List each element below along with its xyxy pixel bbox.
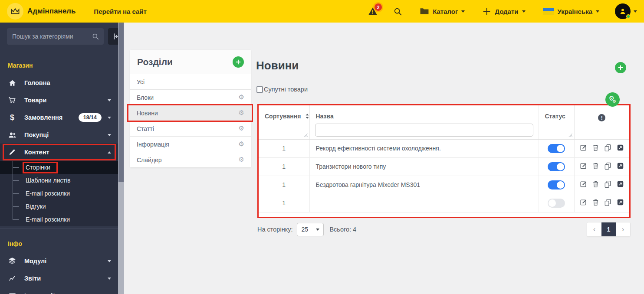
info-icon[interactable]: ! bbox=[598, 114, 605, 121]
chevron-down-icon bbox=[108, 99, 111, 101]
pagination: ‹ 1 › bbox=[587, 222, 631, 237]
delete-button[interactable] bbox=[592, 180, 599, 189]
gear-icon[interactable]: ⚙ bbox=[239, 125, 244, 132]
dollar-icon: $ bbox=[7, 114, 17, 121]
row-sort-value: 1 bbox=[259, 139, 309, 157]
related-products-option[interactable]: Супутні товари bbox=[256, 86, 308, 93]
sidebar-item-content[interactable]: Контент bbox=[0, 144, 118, 161]
notifications-button[interactable]: 2 bbox=[368, 7, 378, 16]
chevron-down-icon bbox=[522, 10, 526, 13]
chevron-down-icon bbox=[108, 134, 111, 136]
delete-button[interactable] bbox=[592, 162, 599, 171]
add-news-button[interactable] bbox=[615, 62, 626, 73]
open-button[interactable] bbox=[617, 199, 624, 207]
open-button[interactable] bbox=[617, 162, 624, 171]
open-button[interactable] bbox=[617, 180, 624, 189]
orders-count-badge: 18/14 bbox=[79, 113, 102, 122]
delete-button[interactable] bbox=[592, 144, 599, 153]
section-item-information[interactable]: Інформація⚙ bbox=[130, 136, 251, 152]
status-toggle[interactable] bbox=[548, 180, 565, 189]
section-item-articles[interactable]: Статті⚙ bbox=[130, 121, 251, 136]
user-menu[interactable] bbox=[615, 3, 637, 19]
status-toggle[interactable] bbox=[548, 162, 565, 171]
open-button[interactable] bbox=[617, 144, 624, 153]
collapse-sidebar-button[interactable] bbox=[108, 28, 118, 45]
related-products-label: Супутні товари bbox=[264, 86, 308, 93]
copy-button[interactable] bbox=[604, 144, 611, 153]
gear-icon[interactable]: ⚙ bbox=[239, 94, 244, 101]
trash-icon bbox=[592, 199, 599, 207]
sidebar-item-modules[interactable]: Модулі bbox=[0, 252, 118, 270]
sidebar-item-customers[interactable]: Покупці bbox=[0, 126, 118, 144]
sidebar-item-reports[interactable]: Звіти bbox=[0, 270, 118, 287]
sidebar-item-label: Замовлення bbox=[24, 114, 79, 121]
section-item-label: Новини bbox=[137, 110, 158, 117]
news-table: Сортування Назва Статус ! bbox=[259, 105, 629, 212]
online-status-dot bbox=[626, 14, 631, 19]
section-item-news[interactable]: Новини⚙ bbox=[130, 105, 251, 121]
edit-button[interactable] bbox=[580, 162, 587, 171]
sidebar-item-instructions[interactable]: Інструкції bbox=[0, 287, 118, 294]
gear-icon[interactable]: ⚙ bbox=[239, 157, 244, 163]
chart-icon bbox=[7, 274, 17, 282]
name-filter-input[interactable] bbox=[315, 124, 533, 137]
scrollbar-thumb[interactable] bbox=[118, 23, 124, 182]
table-row: 1Транзистори нового типу bbox=[259, 157, 629, 176]
gear-icon[interactable]: ⚙ bbox=[239, 141, 244, 147]
section-item-all[interactable]: Усі bbox=[130, 74, 251, 89]
goto-site-link[interactable]: Перейти на сайт bbox=[94, 8, 147, 15]
per-page-select[interactable]: 25 bbox=[297, 223, 324, 236]
sidebar-item-reviews[interactable]: Відгуки bbox=[0, 200, 118, 213]
sidebar-item-label: Покупці bbox=[24, 131, 108, 138]
sidebar-item-orders[interactable]: $Замовлення18/14 bbox=[0, 109, 118, 126]
column-resize-handle[interactable] bbox=[304, 133, 308, 137]
edit-button[interactable] bbox=[580, 144, 587, 153]
chevron-down-icon bbox=[108, 260, 111, 262]
column-resize-handle[interactable] bbox=[568, 133, 572, 137]
prev-page-button[interactable]: ‹ bbox=[587, 222, 601, 236]
sidebar-subitem-label: Сторінки bbox=[23, 162, 58, 173]
section-item-blocks[interactable]: Блоки⚙ bbox=[130, 89, 251, 105]
sidebar-item-home[interactable]: Головна bbox=[0, 74, 118, 91]
catalog-menu[interactable]: Каталог bbox=[420, 7, 465, 15]
section-item-slider[interactable]: Слайдер⚙ bbox=[130, 152, 251, 167]
logo-button[interactable] bbox=[7, 3, 23, 20]
sidebar-item-pages[interactable]: Сторінки bbox=[0, 161, 118, 174]
copy-button[interactable] bbox=[604, 162, 611, 171]
sort-toggle[interactable] bbox=[305, 113, 309, 119]
add-menu[interactable]: Додати bbox=[482, 7, 525, 16]
sidebar-item-email-newsletters-2[interactable]: E-mail розсилки bbox=[0, 213, 118, 226]
delete-button[interactable] bbox=[592, 199, 599, 207]
news-table-frame: Сортування Назва Статус ! bbox=[257, 104, 631, 218]
sections-panel-title: Розділи bbox=[137, 57, 173, 67]
search-icon bbox=[393, 7, 402, 16]
trash-icon bbox=[592, 180, 599, 189]
language-menu[interactable]: Українська bbox=[543, 8, 599, 15]
sort-arrows-icon bbox=[305, 113, 309, 119]
row-sort-value: 1 bbox=[259, 176, 309, 194]
gear-icon[interactable]: ⚙ bbox=[239, 110, 244, 116]
cache-refresh-button[interactable]: ⚙⚙ bbox=[605, 92, 620, 107]
sidebar-item-products[interactable]: Товари bbox=[0, 91, 118, 109]
edit-icon bbox=[580, 180, 587, 189]
copy-button[interactable] bbox=[604, 180, 611, 189]
copy-button[interactable] bbox=[604, 199, 611, 208]
row-name: Рекорд ефективності системи охолодження. bbox=[309, 139, 539, 157]
sidebar-scrollbar[interactable] bbox=[118, 23, 124, 294]
sidebar-item-mail-templates[interactable]: Шаблони листів bbox=[0, 174, 118, 187]
edit-button[interactable] bbox=[580, 199, 587, 207]
table-footer: На сторінку: 25 Всього: 4 ‹ 1 › bbox=[257, 222, 631, 237]
table-row: 1Рекорд ефективності системи охолодження… bbox=[259, 139, 629, 157]
sidebar-item-email-newsletters[interactable]: E-mail розсилки bbox=[0, 187, 118, 200]
category-search-input[interactable] bbox=[11, 33, 92, 40]
related-products-checkbox[interactable] bbox=[256, 86, 263, 93]
current-page[interactable]: 1 bbox=[601, 222, 616, 236]
status-toggle[interactable] bbox=[548, 199, 565, 208]
external-link-icon bbox=[617, 199, 624, 207]
next-page-button[interactable]: › bbox=[616, 222, 630, 236]
search-button[interactable] bbox=[393, 7, 402, 16]
topbar: Адмінпанель Перейти на сайт 2 Каталог До… bbox=[0, 0, 644, 23]
add-section-button[interactable] bbox=[233, 56, 244, 68]
status-toggle[interactable] bbox=[548, 144, 565, 153]
edit-button[interactable] bbox=[580, 180, 587, 189]
